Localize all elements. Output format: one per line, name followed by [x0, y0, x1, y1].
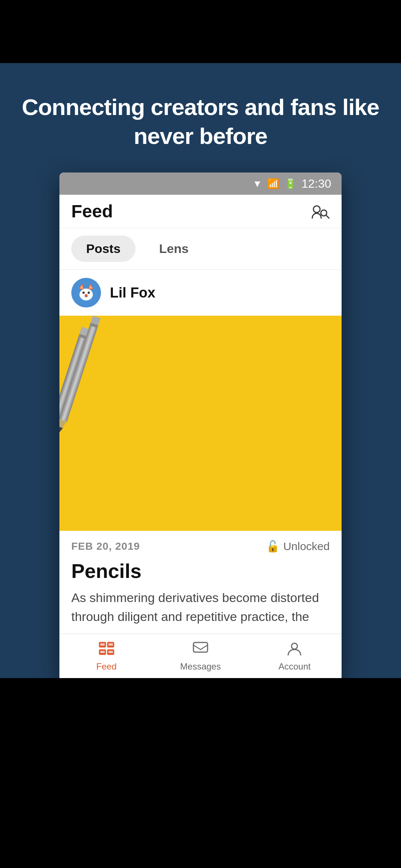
- wifi-icon: ▼: [252, 178, 262, 190]
- unlocked-badge: 🔓 Unlocked: [266, 540, 330, 553]
- phone-mockup: ▼ 📶 🔋 12:30 Feed Posts Lens: [59, 172, 342, 678]
- svg-point-0: [313, 206, 320, 213]
- bottom-nav: Feed Messages: [59, 634, 342, 678]
- bottom-black-bar: [0, 678, 401, 752]
- post-date: FEB 20, 2019: [71, 540, 140, 552]
- status-icons: ▼ 📶 🔋 12:30: [252, 177, 331, 191]
- phone-wrapper: ▼ 📶 🔋 12:30 Feed Posts Lens: [0, 172, 401, 678]
- svg-line-36: [200, 645, 208, 650]
- app-header: Feed: [59, 195, 342, 228]
- svg-point-9: [85, 294, 88, 296]
- svg-point-8: [88, 292, 90, 294]
- account-label: Account: [278, 661, 311, 672]
- post-meta-row: FEB 20, 2019 🔓 Unlocked: [59, 531, 342, 556]
- battery-icon: 🔋: [284, 178, 296, 190]
- feed-label: Feed: [96, 661, 117, 672]
- unlock-icon: 🔓: [266, 540, 280, 553]
- messages-label: Messages: [180, 661, 221, 672]
- nav-messages[interactable]: Messages: [153, 641, 247, 672]
- svg-rect-34: [193, 642, 208, 652]
- svg-point-7: [82, 292, 85, 294]
- signal-icon: 📶: [267, 178, 279, 190]
- nav-feed[interactable]: Feed: [59, 641, 153, 672]
- post-image: [59, 316, 342, 531]
- svg-line-2: [326, 215, 329, 218]
- svg-point-37: [291, 643, 297, 649]
- tab-posts[interactable]: Posts: [71, 236, 136, 262]
- search-user-button[interactable]: [310, 203, 330, 220]
- status-bar: ▼ 📶 🔋 12:30: [59, 172, 342, 195]
- post-excerpt: As shimmering derivatives become distort…: [59, 588, 342, 634]
- account-icon: [286, 641, 303, 659]
- feed-icon: [98, 641, 115, 659]
- top-black-bar: [0, 0, 401, 63]
- nav-account[interactable]: Account: [248, 641, 342, 672]
- unlocked-label: Unlocked: [283, 540, 330, 553]
- post-author-row: Lil Fox: [59, 270, 342, 316]
- tab-lens[interactable]: Lens: [144, 236, 203, 262]
- avatar[interactable]: [71, 278, 101, 308]
- status-time: 12:30: [301, 177, 331, 191]
- tabs-row: Posts Lens: [59, 228, 342, 270]
- hero-section: Connecting creators and fans like never …: [0, 63, 401, 172]
- post-title: Pencils: [59, 556, 342, 588]
- hero-title: Connecting creators and fans like never …: [15, 93, 386, 150]
- author-name: Lil Fox: [110, 285, 155, 301]
- svg-line-35: [193, 645, 200, 650]
- svg-marker-21: [59, 427, 63, 434]
- app-title: Feed: [71, 201, 113, 221]
- messages-icon: [192, 641, 209, 659]
